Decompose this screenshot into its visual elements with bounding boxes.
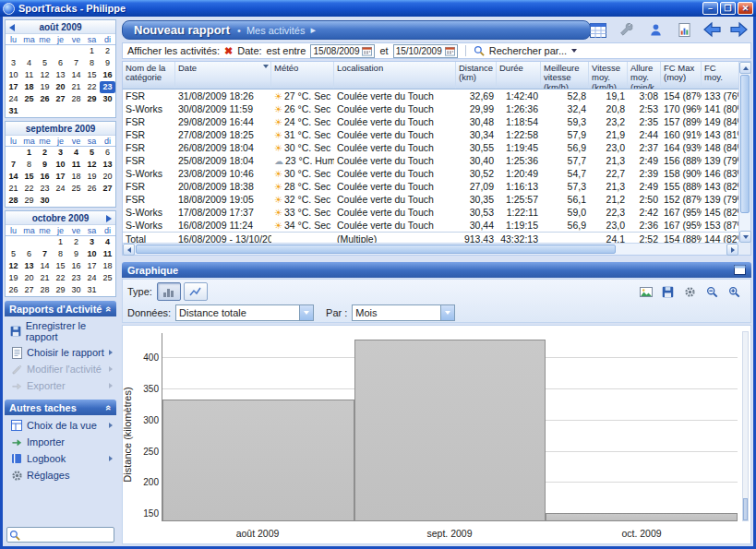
calendar-day[interactable]: 25 bbox=[68, 183, 84, 195]
calendar-day[interactable]: 16 bbox=[68, 260, 84, 272]
calendar-day[interactable]: 11 bbox=[68, 159, 84, 171]
settings-gear-icon[interactable] bbox=[682, 284, 698, 299]
zoom-in-icon[interactable] bbox=[726, 284, 742, 299]
calendar-day[interactable]: 18 bbox=[21, 81, 37, 93]
calendar-day[interactable]: 29 bbox=[84, 93, 100, 105]
calendar-day[interactable]: 7 bbox=[68, 57, 84, 69]
date-from-field[interactable]: 15/08/2009 bbox=[310, 44, 375, 58]
calendar-day[interactable]: 19 bbox=[84, 171, 100, 183]
line-chart-button[interactable] bbox=[184, 282, 208, 301]
calendar-day[interactable]: 24 bbox=[6, 93, 21, 105]
calendar-next-icon[interactable] bbox=[106, 215, 112, 222]
horizontal-scrollbar[interactable] bbox=[123, 243, 738, 255]
breadcrumb[interactable]: Mes activités bbox=[246, 25, 306, 36]
panel-layout-icon[interactable] bbox=[734, 265, 746, 275]
calendar-day[interactable]: 2 bbox=[68, 236, 84, 248]
calendar-day[interactable]: 28 bbox=[6, 195, 21, 207]
calendar-day[interactable]: 14 bbox=[37, 260, 53, 272]
calendar-day[interactable]: 10 bbox=[6, 69, 21, 81]
column-header-best_speed[interactable]: Meilleure vitesse (km/h) bbox=[541, 62, 589, 89]
calendar-day[interactable]: 1 bbox=[53, 236, 68, 248]
calendar-day[interactable]: 27 bbox=[53, 93, 68, 105]
calendar-day[interactable]: 3 bbox=[84, 236, 100, 248]
calendar-day[interactable]: 7 bbox=[6, 159, 21, 171]
calendar-day[interactable]: 13 bbox=[21, 260, 37, 272]
sidebar-item-enregistrer-le-rapport[interactable]: Enregistrer le rapport bbox=[6, 318, 116, 344]
combo-arrow-icon[interactable] bbox=[299, 305, 313, 320]
calendar-day[interactable]: 17 bbox=[84, 260, 100, 272]
calendar-day[interactable]: 5 bbox=[6, 248, 21, 260]
column-header-location[interactable]: Localisation bbox=[334, 62, 456, 89]
calendar-day[interactable]: 8 bbox=[21, 159, 37, 171]
data-select[interactable]: Distance totale bbox=[175, 304, 314, 321]
group-by-select[interactable]: Mois bbox=[352, 304, 455, 321]
calendar-day[interactable]: 18 bbox=[68, 171, 84, 183]
calendar-day[interactable]: 16 bbox=[100, 69, 115, 81]
column-header-weather[interactable]: Météo bbox=[271, 62, 334, 89]
calendar-day[interactable]: 30 bbox=[68, 284, 84, 296]
calendar-day[interactable]: 11 bbox=[100, 248, 115, 260]
scroll-left-icon[interactable] bbox=[123, 244, 135, 256]
combo-arrow-icon[interactable] bbox=[440, 305, 454, 320]
table-row[interactable]: FSR27/08/2009 18:25☀31 °C. SecCoulée ver… bbox=[123, 128, 750, 141]
collapse-icon[interactable]: « bbox=[104, 305, 114, 311]
dropdown-arrow-icon[interactable] bbox=[571, 49, 577, 53]
sidebar-item-logbook[interactable]: Logbook bbox=[6, 450, 116, 467]
calendar-day[interactable]: 12 bbox=[6, 260, 21, 272]
calendar-day[interactable]: 18 bbox=[100, 260, 115, 272]
calendar-day[interactable]: 22 bbox=[53, 272, 68, 284]
bar-chart-button[interactable] bbox=[157, 282, 181, 301]
calendar-day[interactable]: 6 bbox=[21, 248, 37, 260]
calendar-day[interactable]: 21 bbox=[37, 272, 53, 284]
table-row[interactable]: FSR20/08/2009 18:38☀28 °C. SecCoulée ver… bbox=[123, 180, 750, 193]
calendar-day[interactable]: 14 bbox=[68, 69, 84, 81]
column-header-pace[interactable]: Allure moy. (min/k... bbox=[628, 62, 661, 89]
calendar-day[interactable]: 12 bbox=[84, 159, 100, 171]
calendar-day[interactable]: 1 bbox=[21, 147, 37, 159]
calendar-prev-icon[interactable] bbox=[9, 24, 15, 31]
calendar-day[interactable]: 26 bbox=[6, 284, 21, 296]
calendar-day[interactable]: 24 bbox=[84, 272, 100, 284]
vertical-scrollbar[interactable] bbox=[738, 62, 750, 243]
calendar-day[interactable]: 24 bbox=[53, 183, 68, 195]
section-header-autres-taches[interactable]: Autres taches« bbox=[5, 400, 116, 415]
calendar-day[interactable]: 22 bbox=[21, 183, 37, 195]
calendar-day[interactable]: 15 bbox=[84, 69, 100, 81]
chart-scrollbar[interactable] bbox=[742, 331, 749, 521]
column-header-avg_speed[interactable]: Vitesse moy. (km/h) bbox=[589, 62, 628, 89]
calendar-day[interactable]: 4 bbox=[68, 147, 84, 159]
calendar-day[interactable]: 10 bbox=[53, 159, 68, 171]
bar-sept-2009[interactable] bbox=[354, 340, 546, 520]
calendar-day[interactable]: 8 bbox=[84, 57, 100, 69]
calendar-day[interactable]: 27 bbox=[100, 183, 115, 195]
calendar-day[interactable]: 11 bbox=[21, 69, 37, 81]
calendar-day[interactable]: 17 bbox=[6, 81, 21, 93]
calendar-day[interactable]: 27 bbox=[21, 284, 37, 296]
daily-view-icon[interactable] bbox=[588, 21, 608, 39]
calendar-day[interactable]: 19 bbox=[37, 81, 53, 93]
table-row[interactable]: FSR29/08/2009 16:44☀24 °C. SecCoulée ver… bbox=[123, 115, 750, 128]
sidebar-search[interactable] bbox=[6, 527, 114, 543]
scrollbar-thumb[interactable] bbox=[136, 245, 616, 254]
chart-scrollbar-thumb[interactable] bbox=[743, 498, 748, 520]
calendar-day[interactable]: 2 bbox=[37, 147, 53, 159]
filter-operator[interactable]: est entre bbox=[267, 45, 306, 56]
table-row[interactable]: FSR25/08/2009 18:04☁23 °C. Humi...Coulée… bbox=[123, 154, 750, 167]
minimize-button[interactable]: – bbox=[702, 2, 718, 15]
calendar-day[interactable]: 21 bbox=[6, 183, 21, 195]
calendar-day[interactable]: 13 bbox=[53, 69, 68, 81]
calendar-day[interactable]: 30 bbox=[100, 93, 115, 105]
calendar-day[interactable]: 3 bbox=[6, 57, 21, 69]
calendar-day[interactable]: 23 bbox=[37, 183, 53, 195]
calendar-day[interactable]: 20 bbox=[21, 272, 37, 284]
calendar-day[interactable]: 10 bbox=[84, 248, 100, 260]
calendar-day[interactable]: 20 bbox=[53, 81, 68, 93]
zoom-out-icon[interactable] bbox=[704, 284, 720, 299]
table-row[interactable]: S-Works30/08/2009 11:59☀26 °C. SecCoulée… bbox=[123, 102, 750, 115]
athletes-icon[interactable] bbox=[645, 21, 666, 39]
bar-oct-2009[interactable] bbox=[546, 513, 738, 520]
calendar-day[interactable]: 21 bbox=[68, 81, 84, 93]
calendar-day[interactable]: 20 bbox=[100, 171, 115, 183]
calendar-day[interactable]: 1 bbox=[84, 45, 100, 57]
table-row[interactable]: FSR18/08/2009 19:05☀32 °C. SecCoulée ver… bbox=[123, 193, 750, 206]
